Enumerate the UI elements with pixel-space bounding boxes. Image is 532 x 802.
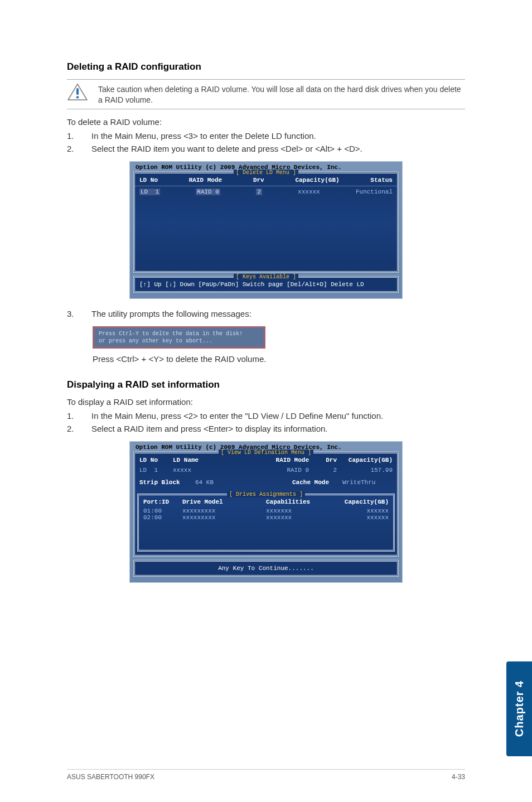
cell-capacity: xxxxxx — [298, 189, 320, 195]
step-text: Select a RAID item and press <Enter> to … — [91, 424, 328, 433]
intro-delete: To delete a RAID volume: — [67, 117, 465, 127]
cell-ldno: LD 1 — [139, 189, 160, 195]
col-drv: Drv — [253, 177, 264, 183]
ld-row: LD 1 xxxxx RAID 0 2 157.99 — [139, 467, 393, 474]
col-capabilities: Capabilities — [266, 499, 327, 505]
final-instruction: Press <Ctrl> + <Y> to delete the RAID vo… — [93, 354, 465, 364]
continue-panel: Any Key To Continue....... — [133, 560, 399, 577]
step-num: 1. — [67, 131, 77, 141]
footer-product: ASUS SABERTOOTH 990FX — [67, 773, 154, 781]
cell-raidmode: RAID 0 — [264, 467, 309, 474]
cell-drivemodel: xxxxxxxxx — [182, 514, 266, 521]
label-stripblock: Strip Block — [139, 479, 195, 486]
step-text: Select the RAID item you want to delete … — [91, 144, 362, 153]
col-raidmode: RAID Mode — [189, 177, 222, 183]
intro-display: To display a RAID set information: — [67, 397, 465, 407]
drives-label: [ Drives Assignments ] — [227, 491, 305, 497]
step-num: 2. — [67, 144, 77, 153]
svg-rect-2 — [76, 96, 79, 99]
step-num: 1. — [67, 411, 77, 421]
col-capacity: Capacity(GB) — [295, 177, 339, 183]
drives-panel: [ Drives Assignments ] Port:ID Drive Mod… — [137, 494, 395, 552]
col-capacity: Capacity(GB) — [337, 457, 393, 463]
col-capacity: Capacity(GB) — [327, 499, 389, 505]
col-ldname: LD Name — [173, 457, 264, 463]
caution-icon — [67, 83, 88, 101]
view-ld-panel: [ View LD Defination Menu ] LD No LD Nam… — [133, 452, 399, 557]
drive-row: 01:00 xxxxxxxxx xxxxxxx xxxxxx — [143, 508, 389, 514]
cell-drv: 2 — [256, 189, 262, 195]
keys-text: [↑] Up [↓] Down [PaUp/PaDn] Switch page … — [139, 281, 393, 288]
bios-view-ld: Option ROM Utility (c) 2009 Advanced Mic… — [129, 441, 403, 583]
delete-ld-panel: [ Delete LD Menu ] LD No RAID Mode Drv C… — [133, 172, 399, 273]
step-text: The utility prompts the following messag… — [91, 309, 252, 318]
col-ldno: LD No — [139, 177, 158, 183]
cell-raidmode: RAID 0 — [196, 189, 220, 195]
cell-portid: 01:00 — [143, 508, 182, 514]
caution-block: Take caution when deleting a RAID volume… — [67, 79, 465, 109]
panel-label: [ View LD Defination Menu ] — [219, 450, 313, 456]
col-ldno: LD No — [139, 457, 173, 463]
value-stripblock: 64 KB — [195, 479, 292, 486]
strip-row: Strip Block 64 KB Cache Mode WriteThru — [139, 479, 393, 486]
chapter-tab: Chapter 4 — [506, 661, 532, 756]
cell-capacity: 157.99 — [337, 467, 393, 474]
caution-text: Take caution when deleting a RAID volume… — [98, 83, 465, 105]
cell-portid: 02:00 — [143, 514, 182, 521]
confirm-line: or press any other key to abort... — [99, 337, 259, 345]
cell-status: Functional — [356, 189, 393, 195]
continue-text: Any Key To Continue....... — [139, 565, 393, 572]
steps-display: 1.In the Main Menu, press <2> to enter t… — [67, 411, 465, 433]
panel-label: [ Delete LD Menu ] — [234, 170, 298, 176]
cell-drv: 2 — [309, 467, 337, 474]
cell-capabilities: xxxxxxx — [266, 514, 327, 521]
label-cachemode: Cache Mode — [292, 479, 342, 486]
chapter-label: Chapter 4 — [513, 680, 526, 737]
heading-delete-raid: Deleting a RAID configuration — [67, 61, 465, 73]
ld-header: LD No LD Name RAID Mode Drv Capacity(GB) — [139, 457, 393, 463]
step-num: 2. — [67, 424, 77, 433]
col-drivemodel: Drive Model — [182, 499, 266, 505]
cell-ldno: LD 1 — [139, 467, 173, 474]
cell-capacity: xxxxxx — [327, 508, 389, 514]
drives-header: Port:ID Drive Model Capabilities Capacit… — [143, 499, 389, 505]
col-portid: Port:ID — [143, 499, 182, 505]
steps-delete-post: 3.The utility prompts the following mess… — [67, 309, 465, 318]
drive-row: 02:00 xxxxxxxxx xxxxxxx xxxxxx — [143, 514, 389, 521]
col-raidmode: RAID Mode — [264, 457, 309, 463]
cell-drivemodel: xxxxxxxxx — [182, 508, 266, 514]
value-cachemode: WriteThru — [342, 479, 393, 486]
step-num: 3. — [67, 309, 77, 318]
col-status: Status — [370, 177, 393, 183]
svg-rect-1 — [76, 88, 79, 94]
confirm-dialog: Press Ctrl-Y to delte the data in the di… — [93, 326, 265, 349]
step-text: In the Main Menu, press <2> to enter the… — [91, 411, 383, 421]
confirm-line: Press Ctrl-Y to delte the data in the di… — [99, 330, 259, 337]
table-row[interactable]: LD 1 RAID 0 2 xxxxxx Functional — [139, 189, 393, 195]
heading-display-raid: Dispalying a RAID set information — [67, 379, 465, 390]
table-header: LD No RAID Mode Drv Capacity(GB) Status — [139, 177, 393, 183]
step-text: In the Main Menu, press <3> to enter the… — [91, 131, 316, 141]
footer-pagenum: 4-33 — [452, 773, 465, 781]
cell-ldname: xxxxx — [173, 467, 264, 474]
page-footer: ASUS SABERTOOTH 990FX 4-33 — [67, 769, 465, 781]
keys-label: [ Keys Available ] — [234, 274, 298, 280]
col-drv: Drv — [309, 457, 337, 463]
steps-delete: 1.In the Main Menu, press <3> to enter t… — [67, 131, 465, 153]
keys-panel: [ Keys Available ] [↑] Up [↓] Down [PaUp… — [133, 276, 399, 293]
bios-delete-ld: Option ROM Utility (c) 2009 Advanced Mic… — [129, 161, 403, 299]
cell-capacity: xxxxxx — [327, 514, 389, 521]
cell-capabilities: xxxxxxx — [266, 508, 327, 514]
